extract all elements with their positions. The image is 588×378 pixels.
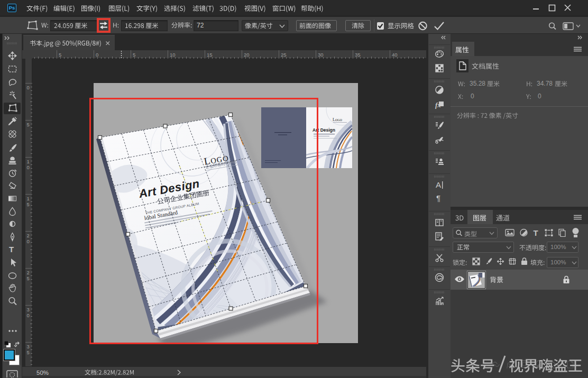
svg-text:0: 0	[96, 52, 98, 58]
svg-text:¶: ¶	[436, 193, 440, 202]
svg-text:A: A	[436, 180, 441, 189]
svg-text:5: 5	[27, 349, 30, 355]
svg-text:3: 3	[27, 307, 30, 312]
svg-text:1: 1	[27, 196, 30, 201]
svg-text:3: 3	[27, 344, 30, 349]
svg-text:fx: fx	[435, 101, 441, 109]
svg-text:T: T	[534, 228, 538, 237]
svg-text:2: 2	[27, 270, 30, 275]
svg-text:LOGO: LOGO	[333, 117, 343, 122]
svg-text:5: 5	[27, 122, 30, 127]
svg-text:1: 1	[27, 159, 30, 164]
svg-text:5: 5	[27, 201, 30, 207]
svg-text:40: 40	[392, 52, 398, 58]
svg-text:25: 25	[281, 52, 287, 58]
svg-text:5: 5	[59, 52, 61, 58]
svg-text:2: 2	[27, 233, 30, 238]
svg-text:10: 10	[170, 52, 176, 58]
svg-text:0: 0	[27, 238, 30, 244]
svg-text:15: 15	[207, 52, 213, 58]
svg-text:0: 0	[27, 164, 30, 170]
svg-text:0: 0	[27, 85, 30, 90]
svg-text:35: 35	[355, 52, 361, 58]
svg-text:5: 5	[133, 52, 135, 58]
svg-text:20: 20	[244, 52, 250, 58]
svg-text:30: 30	[318, 52, 324, 58]
svg-text:5: 5	[27, 275, 30, 281]
svg-text:0: 0	[27, 312, 30, 318]
